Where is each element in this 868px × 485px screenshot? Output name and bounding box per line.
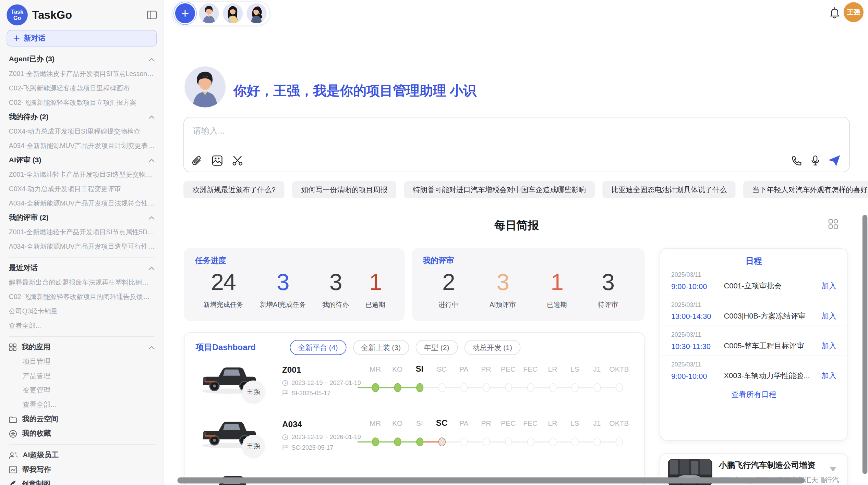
dashboard-filter-chip[interactable]: 动总开发 (1): [464, 340, 520, 355]
session-switcher: [172, 1, 270, 25]
sidebar-task-item[interactable]: Z001-全新燃油轻卡产品开发项目SI节点属性5D文件评审: [9, 225, 155, 239]
dashboard-filter-chip[interactable]: 全新平台 (4): [290, 340, 346, 355]
stat: 3 待评审: [598, 269, 618, 310]
milestone-dot-mr: [372, 437, 379, 446]
recent-chats-header[interactable]: 最近对话: [9, 261, 155, 275]
stat-card-title: 我的评审: [423, 256, 634, 266]
view-all-schedule-link[interactable]: 查看所有日程: [660, 385, 847, 400]
milestone-label-ko: KO: [386, 365, 409, 373]
schedule-event: 2025/03/11 9:00-10:00 C001-立项审批会 加入: [660, 266, 847, 296]
app-item[interactable]: 变更管理: [9, 383, 155, 398]
section-title: Agent已办 (3): [9, 54, 55, 64]
suggestion-chip[interactable]: 当下年轻人对汽车外观有怎样的喜好趋势: [744, 181, 868, 198]
app-item[interactable]: 产品管理: [9, 369, 155, 383]
attachment-icon[interactable]: [192, 155, 202, 166]
my-apps-header[interactable]: 我的应用: [9, 340, 155, 355]
sidebar-task-item[interactable]: A034-全新新能源MUV产品开发项目计划变更表编写: [9, 138, 155, 153]
layout-grid-icon[interactable]: [828, 219, 839, 229]
avatar-woman-2[interactable]: [246, 3, 266, 23]
stat-value: 3: [277, 269, 289, 296]
sidebar-section: 我的评审 (2) Z001-全新燃油轻卡产品开发项目SI节点属性5D文件评审A0…: [9, 210, 155, 253]
suggestion-chip[interactable]: 特朗普可能对进口汽车增税会对中国车企造成哪些影响: [404, 181, 595, 198]
microphone-icon[interactable]: [811, 155, 820, 166]
app-item[interactable]: 项目管理: [9, 355, 155, 369]
sidebar-item-help-writing[interactable]: 帮我写作: [9, 462, 155, 477]
collapse-sidebar-icon[interactable]: [147, 11, 157, 20]
sidebar-task-item[interactable]: A034-全新新能源MUV产品开发项目造型可行性评审: [9, 239, 155, 253]
sidebar-section-header[interactable]: Agent已办 (3): [9, 52, 155, 66]
sidebar-item-creative-drawing[interactable]: 创意制图: [9, 477, 155, 485]
sidebar-task-item[interactable]: C02-飞腾新能源轻客改款项目里程碑画布: [9, 81, 155, 95]
notification-bell-icon[interactable]: [829, 7, 840, 19]
sidebar-task-item[interactable]: C0X4-动力总成开发项目工程变更评审: [9, 182, 155, 196]
recent-chat-item[interactable]: 公司Q3轻卡销量: [9, 304, 155, 319]
scroll-down-arrow-icon[interactable]: [830, 467, 836, 472]
sidebar-item-cloud[interactable]: 我的云空间: [9, 412, 155, 426]
horizontal-scrollbar[interactable]: [177, 477, 805, 484]
project-dates: 2023-12-19 ~ 2026-01-19: [282, 434, 361, 440]
sidebar-item-ai-staff[interactable]: AI超级员工: [9, 448, 155, 462]
dashboard-filter-chip[interactable]: 全新上装 (3): [353, 340, 409, 355]
milestone-dot-pr: [482, 437, 490, 446]
suggestion-chip[interactable]: 如何写一份清晰的项目周报: [292, 181, 396, 198]
stat-label: 进行中: [438, 300, 458, 309]
sidebar-task-item[interactable]: Z001-全新燃油皮卡产品开发项目SI节点Lesson Learn报告: [9, 66, 155, 81]
milestone-dot-pec: [505, 383, 512, 392]
milestone-dot-mr: [372, 383, 379, 392]
event-date: 2025/03/11: [671, 361, 836, 368]
chevron-up-icon: [148, 266, 155, 270]
suggestion-chip[interactable]: 比亚迪全固态电池计划具体说了什么: [603, 181, 736, 198]
send-icon[interactable]: [829, 155, 840, 166]
chat-input[interactable]: [192, 125, 693, 136]
sidebar-item-favorites[interactable]: 我的收藏: [9, 426, 155, 441]
event-name: C001-立项审批会: [724, 281, 817, 291]
schedule-title: 日程: [660, 249, 847, 266]
milestone-label-fec: FEC: [519, 419, 542, 427]
event-join-link[interactable]: 加入: [821, 281, 836, 291]
scissors-icon[interactable]: [232, 155, 244, 166]
event-join-link[interactable]: 加入: [821, 341, 836, 351]
avatar-woman-1[interactable]: [223, 3, 243, 23]
dashboard-filter-chip[interactable]: 年型 (2): [416, 340, 458, 355]
avatar-man[interactable]: [199, 3, 219, 23]
new-chat-button[interactable]: 新对话: [7, 30, 157, 47]
sidebar-task-item[interactable]: Z001-全新燃油轻卡产品开发项目SI造型提交物评审: [9, 167, 155, 182]
milestone-label-lr: LR: [542, 419, 564, 427]
composer-left-tools: [192, 155, 244, 166]
event-join-link[interactable]: 加入: [821, 311, 836, 321]
dashboard-header: 项目Dashboard 全新平台 (4)全新上装 (3)年型 (2)动总开发 (…: [184, 333, 644, 355]
suggestion-chip[interactable]: 欧洲新规最近颁布了什么?: [183, 181, 285, 198]
event-line: 13:00-14:30 C003|H0B-方案冻结评审 加入: [671, 311, 836, 321]
message-composer: [183, 117, 849, 172]
project-row-z001[interactable]: 王强 Z001 2023-12-19 ~ 2027-01-19 SI-2025-…: [184, 359, 644, 413]
app-logo: Task Go: [7, 4, 27, 25]
project-row-a034[interactable]: 王强 A034 2023-12-19 ~ 2026-01-19 SC-2025-…: [184, 414, 644, 468]
recent-chat-item[interactable]: C02-飞腾新能源轻客改款项目的闭环通告反馈情况: [9, 290, 155, 304]
stat: 1 已逾期: [365, 269, 385, 310]
app-item[interactable]: 查看全部...: [9, 398, 155, 412]
recent-chat-item[interactable]: 解释最新出台的欧盟报废车法规再生塑料比例被调至15%...: [9, 275, 155, 290]
new-session-button[interactable]: [175, 3, 195, 23]
scroll-right-arrow-icon[interactable]: [821, 477, 827, 483]
sidebar-task-item[interactable]: A034-全新新能源MUV产品开发项目法规符合性评审: [9, 196, 155, 210]
sidebar-section-header[interactable]: 我的待办 (2): [9, 110, 155, 124]
vertical-scrollbar[interactable]: [863, 215, 868, 474]
sidebar-task-item[interactable]: C02-飞腾新能源轻客改款项目立项汇报方案: [9, 95, 155, 110]
milestone-dot-j1: [593, 437, 601, 446]
milestone-dot-ko: [394, 383, 401, 392]
user-avatar[interactable]: 王强: [844, 2, 864, 22]
event-join-link[interactable]: 加入: [821, 371, 836, 381]
project-code: Z001: [282, 365, 301, 374]
section-title: 最近对话: [9, 263, 38, 273]
sidebar-section-header[interactable]: 我的评审 (2): [9, 210, 155, 225]
sidebar-section-header[interactable]: AI评审 (3): [9, 153, 155, 167]
image-icon[interactable]: [212, 155, 223, 166]
recent-chat-item[interactable]: 查看全部...: [9, 319, 155, 333]
dashboard-filters: 全新平台 (4)全新上装 (3)年型 (2)动总开发 (1): [290, 340, 521, 355]
milestone-dot-oktb: [615, 383, 623, 392]
new-chat-label: 新对话: [24, 33, 46, 43]
phone-icon[interactable]: [792, 156, 802, 166]
chevron-up-icon: [148, 57, 155, 61]
milestone-label-ko: KO: [386, 419, 409, 427]
sidebar-task-item[interactable]: C0X4-动力总成开发项目SI里程碑提交物检查: [9, 124, 155, 138]
